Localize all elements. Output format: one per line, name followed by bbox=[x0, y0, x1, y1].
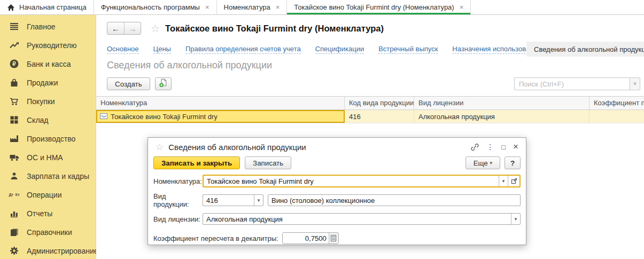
tab-nomenclature[interactable]: Номенклатура × bbox=[217, 0, 288, 14]
nav-link-prices[interactable]: Цены bbox=[153, 45, 171, 54]
link-icon[interactable] bbox=[471, 143, 479, 151]
dialog-button-row: Записать и закрыть Записать Еще ▾ ? bbox=[148, 156, 526, 174]
sidebar-item-label: Покупки bbox=[27, 97, 55, 106]
sidebar-item-manager[interactable]: Руководителю bbox=[0, 36, 96, 54]
product-type-name-field bbox=[268, 194, 521, 206]
dialog-titlebar: ☆ Сведения об алкогольной продукции ⋮ □ … bbox=[148, 138, 526, 156]
search-box: × bbox=[514, 77, 640, 90]
license-input[interactable] bbox=[203, 214, 511, 224]
save-button[interactable]: Записать bbox=[245, 156, 291, 169]
sidebar-item-label: Главное bbox=[27, 22, 56, 31]
object-nav-row: Основное Цены Правила определения счетов… bbox=[96, 42, 644, 57]
sidebar-item-label: Отчеты bbox=[27, 209, 52, 218]
product-type-name-input[interactable] bbox=[268, 195, 520, 206]
column-header-coefficient[interactable]: Коэффициент пересчета bbox=[589, 97, 644, 109]
calculator-icon[interactable] bbox=[329, 233, 338, 244]
tab-label: Номенклатура bbox=[224, 3, 270, 11]
tab-close-icon[interactable]: × bbox=[205, 3, 210, 11]
coefficient-label: Коэффициент пересчета в декалитры: bbox=[153, 234, 278, 242]
cell-license-type[interactable]: Алкогольная продукция bbox=[414, 110, 589, 123]
kebab-menu-icon[interactable]: ⋮ bbox=[486, 143, 494, 151]
create-by-copy-button[interactable] bbox=[155, 77, 172, 90]
tab-functionality[interactable]: Функциональность программы × bbox=[94, 0, 217, 14]
nomenclature-label: Номенклатура: bbox=[153, 177, 203, 185]
license-label: Вид лицензии: bbox=[153, 215, 203, 223]
cell-coefficient[interactable] bbox=[589, 110, 644, 123]
debit-credit-icon: ДтКт bbox=[9, 190, 19, 200]
sidebar-item-directories[interactable]: Справочники bbox=[0, 223, 96, 241]
more-button[interactable]: Еще ▾ bbox=[465, 156, 500, 169]
table-row[interactable]: Токайское вино Tokaji Furmint dry 416 Ал… bbox=[96, 110, 644, 123]
cell-text: Токайское вино Tokaji Furmint dry bbox=[111, 111, 218, 122]
tab-home[interactable]: Начальная страница bbox=[0, 0, 94, 14]
sidebar-item-purchases[interactable]: Покупки bbox=[0, 92, 96, 111]
sidebar-item-label: Продажи bbox=[27, 79, 58, 87]
sidebar-item-bank-cash[interactable]: ₽ Банк и касса bbox=[0, 54, 96, 73]
home-icon bbox=[7, 4, 15, 11]
nav-link-account-rules[interactable]: Правила определения счетов учета bbox=[185, 45, 301, 54]
list-actions-row: Создать × bbox=[96, 77, 644, 91]
sidebar-item-operations[interactable]: ДтКт Операции bbox=[0, 185, 96, 204]
chevron-down-icon[interactable]: ▾ bbox=[254, 195, 263, 206]
maximize-icon[interactable]: □ bbox=[501, 143, 506, 151]
forward-button[interactable]: → bbox=[124, 22, 141, 34]
product-type-code-input[interactable] bbox=[203, 195, 254, 206]
copy-document-icon bbox=[159, 79, 168, 89]
tab-bar: Начальная страница Функциональность прог… bbox=[0, 0, 644, 15]
sidebar-item-main[interactable]: Главное bbox=[0, 17, 96, 36]
open-item-icon[interactable] bbox=[508, 176, 519, 186]
nomenclature-input[interactable] bbox=[204, 176, 499, 186]
ruble-icon: ₽ bbox=[9, 59, 19, 69]
cell-nomenclature-selected[interactable]: Токайское вино Tokaji Furmint dry bbox=[96, 110, 345, 123]
nav-link-counter-output[interactable]: Встречный выпуск bbox=[378, 45, 438, 54]
column-header-product-code[interactable]: Код вида продукции bbox=[345, 97, 414, 109]
favorite-star-icon[interactable]: ☆ bbox=[156, 142, 164, 153]
section-title: Сведения об алкогольной продукции bbox=[107, 60, 272, 71]
dialog-fields: Номенклатура: ▾ Вид продукции: ▾ Вид лиц… bbox=[148, 174, 526, 250]
sidebar-item-reports[interactable]: Отчеты bbox=[0, 204, 96, 223]
save-and-close-button[interactable]: Записать и закрыть bbox=[153, 156, 240, 169]
chevron-down-icon[interactable]: ▾ bbox=[499, 176, 508, 186]
nav-active-alcohol-info[interactable]: Сведения об алкогольной продукции bbox=[526, 42, 644, 57]
sidebar-item-label: Зарплата и кадры bbox=[27, 172, 89, 180]
tab-close-icon[interactable]: × bbox=[276, 3, 280, 11]
person-icon bbox=[9, 171, 19, 181]
search-clear-button[interactable]: × bbox=[630, 77, 640, 90]
sidebar-item-salary-hr[interactable]: Зарплата и кадры bbox=[0, 167, 96, 185]
sidebar-item-warehouse[interactable]: Склад bbox=[0, 111, 96, 129]
cell-product-code[interactable]: 416 bbox=[345, 110, 414, 123]
field-row-nomenclature: Номенклатура: ▾ bbox=[153, 175, 521, 187]
books-icon bbox=[9, 227, 19, 237]
column-header-nomenclature[interactable]: Номенклатура bbox=[96, 97, 345, 109]
close-icon[interactable]: × bbox=[513, 142, 518, 152]
coefficient-field bbox=[282, 232, 339, 244]
product-type-label: Вид продукции: bbox=[153, 192, 203, 208]
truck-icon bbox=[9, 152, 19, 162]
trend-icon bbox=[9, 40, 19, 50]
help-button[interactable]: ? bbox=[505, 156, 521, 169]
sidebar-item-administration[interactable]: Администрирование bbox=[0, 241, 96, 259]
sidebar-item-label: Руководителю bbox=[27, 41, 76, 50]
tab-wine-nomenclature[interactable]: Токайское вино Tokaji Furmint dry (Номен… bbox=[287, 0, 471, 14]
search-input[interactable] bbox=[514, 77, 630, 90]
forward-arrow-icon: → bbox=[129, 24, 137, 33]
coefficient-input[interactable] bbox=[283, 233, 329, 244]
bar-chart-icon bbox=[9, 208, 19, 218]
tab-label: Функциональность программы bbox=[101, 3, 200, 11]
sidebar-item-fixed-assets[interactable]: ОС и НМА bbox=[0, 148, 96, 167]
favorite-star-icon[interactable]: ☆ bbox=[151, 22, 160, 35]
sidebar-item-label: Справочники bbox=[27, 228, 72, 237]
history-nav-group: ← → bbox=[107, 22, 141, 35]
warehouse-icon bbox=[9, 115, 19, 125]
factory-icon bbox=[9, 134, 19, 144]
nav-link-main[interactable]: Основное bbox=[107, 45, 139, 54]
column-header-license-type[interactable]: Вид лицензии bbox=[414, 97, 589, 109]
sidebar-item-sales[interactable]: Продажи bbox=[0, 73, 96, 92]
sidebar-item-production[interactable]: Производство bbox=[0, 129, 96, 148]
chevron-down-icon[interactable]: ▾ bbox=[511, 214, 520, 224]
tab-close-icon[interactable]: × bbox=[460, 3, 464, 11]
svg-text:₽: ₽ bbox=[12, 61, 16, 67]
create-button[interactable]: Создать bbox=[107, 77, 150, 90]
nav-link-specifications[interactable]: Спецификации bbox=[315, 45, 364, 54]
back-button[interactable]: ← bbox=[107, 22, 124, 34]
